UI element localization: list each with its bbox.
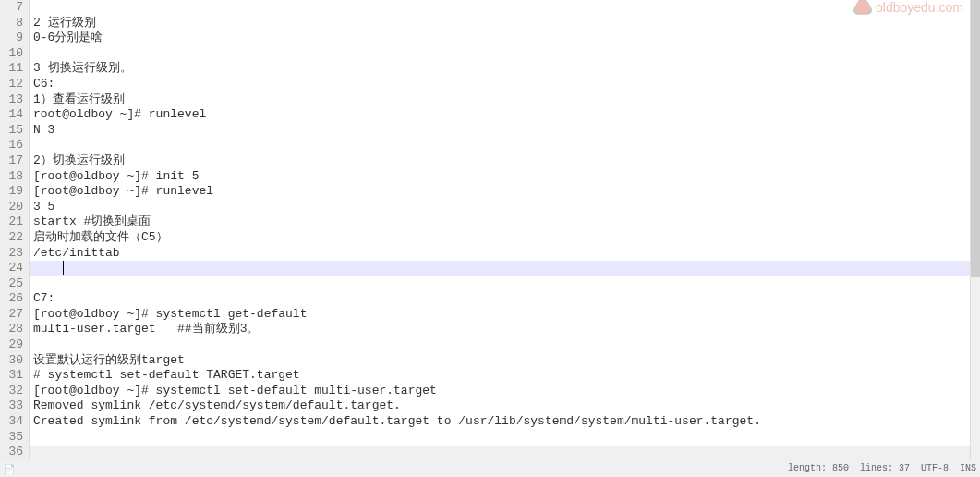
line-number: 13 — [0, 92, 23, 108]
code-area[interactable]: 2 运行级别0-6分别是啥3 切换运行级别。C6:1）查看运行级别root@ol… — [30, 0, 980, 459]
code-line[interactable]: startx #切换到桌面 — [30, 214, 980, 230]
code-line[interactable] — [30, 337, 980, 353]
line-number: 20 — [0, 200, 23, 215]
status-file-icon: 📄 — [4, 464, 13, 473]
code-line[interactable]: Created symlink from /etc/systemd/system… — [30, 414, 980, 430]
editor-container: 7891011121314151617181920212223242526272… — [0, 0, 980, 459]
status-right: length: 850 lines: 37 UTF-8 INS — [788, 463, 976, 473]
vertical-scrollbar[interactable] — [970, 0, 980, 459]
line-number: 10 — [0, 46, 23, 62]
code-line[interactable]: 3 5 — [30, 200, 980, 215]
code-line[interactable]: root@oldboy ~]# runlevel — [30, 107, 980, 123]
line-number: 30 — [0, 353, 23, 369]
line-number: 17 — [0, 153, 23, 169]
code-line[interactable] — [30, 430, 980, 446]
line-number: 29 — [0, 337, 23, 353]
line-number: 32 — [0, 384, 23, 399]
code-line[interactable]: 2）切换运行级别 — [30, 153, 980, 169]
line-number: 23 — [0, 246, 23, 262]
code-line[interactable]: N 3 — [30, 123, 980, 139]
vertical-scrollbar-thumb[interactable] — [971, 0, 980, 277]
code-line[interactable]: C7: — [30, 291, 980, 307]
code-line[interactable] — [30, 276, 980, 292]
line-number: 24 — [0, 261, 23, 276]
line-number: 12 — [0, 77, 23, 92]
line-number: 9 — [0, 31, 23, 46]
line-number: 7 — [0, 0, 23, 16]
line-number: 8 — [0, 16, 23, 31]
code-line[interactable] — [30, 138, 980, 153]
code-line[interactable]: # systemctl set-default TARGET.target — [30, 368, 980, 384]
code-line[interactable]: [root@oldboy ~]# init 5 — [30, 169, 980, 185]
line-number: 28 — [0, 322, 23, 337]
code-line[interactable]: 设置默认运行的级别target — [30, 353, 980, 369]
status-ins: INS — [960, 463, 976, 473]
status-lines: lines: 37 — [860, 463, 910, 473]
line-number: 21 — [0, 214, 23, 230]
code-line[interactable]: [root@oldboy ~]# runlevel — [30, 184, 980, 200]
code-line[interactable]: /etc/inittab — [30, 246, 980, 262]
status-encoding: UTF-8 — [921, 463, 949, 473]
line-number: 11 — [0, 61, 23, 77]
code-line[interactable]: 0-6分别是啥 — [30, 31, 980, 46]
status-left: 📄 — [4, 464, 13, 473]
line-number: 31 — [0, 368, 23, 384]
line-number: 22 — [0, 230, 23, 246]
code-line[interactable]: [root@oldboy ~]# systemctl set-default m… — [30, 384, 980, 399]
code-line[interactable]: 2 运行级别 — [30, 16, 980, 31]
status-length: length: 850 — [788, 463, 849, 473]
line-number: 33 — [0, 398, 23, 414]
code-line[interactable]: 1）查看运行级别 — [30, 92, 980, 108]
line-number: 14 — [0, 107, 23, 123]
code-line[interactable] — [30, 46, 980, 62]
line-number: 27 — [0, 307, 23, 323]
code-line[interactable]: 3 切换运行级别。 — [30, 61, 980, 77]
line-number: 18 — [0, 169, 23, 185]
code-line[interactable]: multi-user.target ##当前级别3。 — [30, 322, 980, 337]
text-cursor — [63, 261, 64, 275]
code-line[interactable]: 启动时加载的文件（C5） — [30, 230, 980, 246]
line-number: 36 — [0, 445, 23, 459]
line-number: 15 — [0, 123, 23, 139]
status-bar: 📄 length: 850 lines: 37 UTF-8 INS — [0, 459, 980, 477]
line-number: 26 — [0, 291, 23, 307]
line-number: 16 — [0, 138, 23, 153]
horizontal-scrollbar[interactable] — [30, 446, 970, 459]
line-number: 35 — [0, 430, 23, 446]
code-line[interactable]: [root@oldboy ~]# systemctl get-default — [30, 307, 980, 323]
line-number: 19 — [0, 184, 23, 200]
line-number-gutter: 7891011121314151617181920212223242526272… — [0, 0, 30, 459]
code-line[interactable] — [30, 0, 980, 16]
line-number: 25 — [0, 276, 23, 292]
code-line[interactable] — [30, 261, 980, 276]
line-number: 34 — [0, 414, 23, 430]
code-line[interactable]: Removed symlink /etc/systemd/system/defa… — [30, 398, 980, 414]
code-line[interactable]: C6: — [30, 77, 980, 92]
